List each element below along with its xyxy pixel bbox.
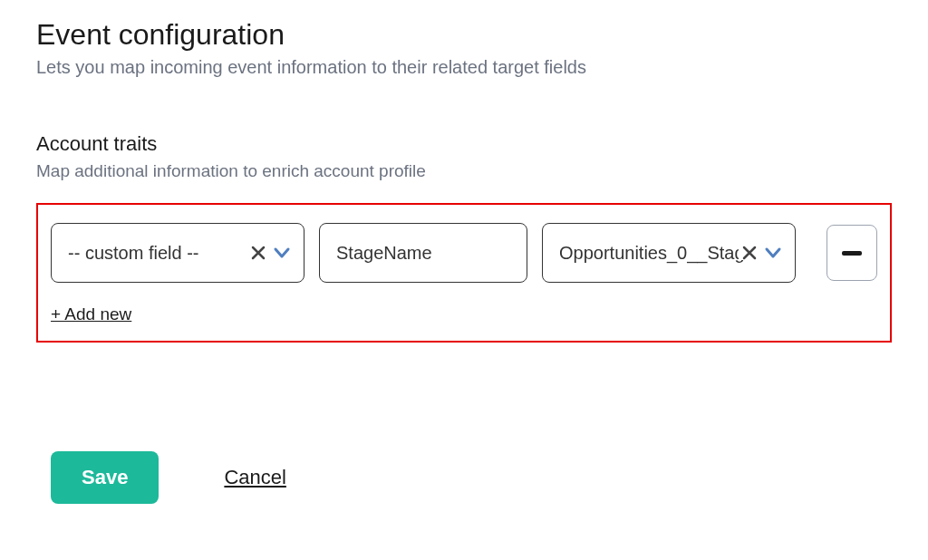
target-field-select[interactable]: Opportunities_0__StageN	[542, 223, 796, 283]
minus-icon	[842, 251, 862, 256]
page-title: Event configuration	[36, 18, 892, 52]
page-subtitle: Lets you map incoming event information …	[36, 57, 892, 78]
section-title-account-traits: Account traits	[36, 132, 892, 156]
chevron-down-icon[interactable]	[764, 246, 782, 259]
clear-icon[interactable]	[742, 246, 757, 260]
clear-icon[interactable]	[251, 246, 266, 260]
mapping-row: -- custom field -- StageName Opportuniti…	[51, 223, 877, 283]
select-icons	[247, 246, 291, 260]
section-subtitle-account-traits: Map additional information to enrich acc…	[36, 161, 892, 181]
source-field-select[interactable]: -- custom field --	[51, 223, 304, 283]
select-icons	[739, 246, 782, 260]
save-button[interactable]: Save	[51, 451, 159, 504]
remove-row-button[interactable]	[826, 225, 877, 281]
name-input[interactable]: StageName	[319, 223, 527, 283]
cancel-button[interactable]: Cancel	[224, 466, 285, 489]
add-new-link[interactable]: + Add new	[51, 304, 131, 324]
mapping-highlight-box: -- custom field -- StageName Opportuniti…	[36, 203, 892, 343]
footer-actions: Save Cancel	[51, 451, 892, 504]
name-input-value: StageName	[336, 243, 510, 264]
chevron-down-icon[interactable]	[273, 246, 291, 259]
